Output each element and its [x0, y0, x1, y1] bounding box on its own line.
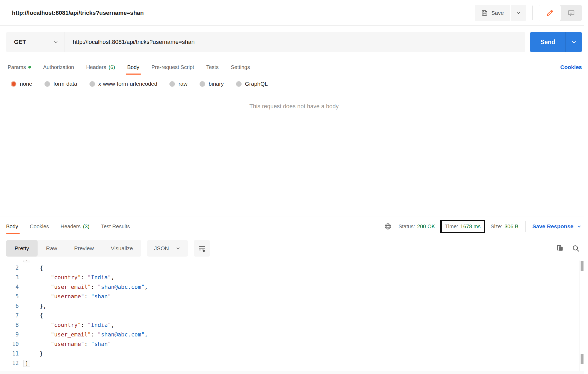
fold-gutter [22, 339, 34, 349]
fold-gutter [22, 330, 34, 339]
horizontal-scrollbar[interactable] [0, 371, 588, 374]
response-tabs-row: BodyCookiesHeaders(3)Test Results Status… [0, 217, 588, 236]
tab-label: Body [6, 224, 18, 230]
fold-gutter [22, 292, 34, 301]
json-key: "user_email" [51, 284, 91, 290]
request-tab-settings[interactable]: Settings [231, 60, 250, 75]
fold-gutter [22, 282, 34, 292]
json-punctuation: : [91, 331, 98, 338]
radio-label: none [20, 81, 32, 87]
format-select[interactable]: JSON [147, 240, 188, 257]
request-tab-tests[interactable]: Tests [206, 60, 219, 75]
request-tab-pre-request-script[interactable]: Pre-request Script [151, 60, 194, 75]
send-button[interactable]: Send [530, 32, 566, 52]
radio-label: GraphQL [245, 81, 268, 87]
time-label: Time: [445, 224, 458, 230]
tab-label: Tests [206, 64, 219, 70]
save-options-button[interactable] [510, 5, 526, 21]
response-tab-test-results[interactable]: Test Results [101, 217, 130, 236]
code-text [34, 358, 588, 368]
url-input[interactable] [65, 32, 525, 52]
code-line: 8"country": "India", [0, 320, 588, 330]
edit-comment-group [539, 5, 582, 21]
line-number: 1 [0, 261, 22, 263]
fold-toggle[interactable]: [ [24, 261, 30, 262]
comment-button[interactable] [561, 5, 582, 21]
response-tab-cookies[interactable]: Cookies [30, 217, 49, 236]
cookies-link[interactable]: Cookies [560, 64, 582, 70]
size-label: Size: [491, 224, 502, 230]
code-text: "username": "shan" [34, 292, 588, 301]
header-divider [532, 6, 533, 20]
save-response-label: Save Response [532, 223, 573, 230]
code-line: 12] [0, 358, 588, 368]
fold-gutter [22, 320, 34, 330]
format-select-value: JSON [154, 245, 169, 252]
json-key: "user_email" [51, 331, 91, 338]
code-line: 7{ [0, 311, 588, 320]
search-icon [572, 244, 580, 252]
save-response-button[interactable]: Save Response [532, 223, 582, 230]
fold-gutter: ] [22, 358, 34, 368]
json-key: "username" [51, 341, 84, 347]
viewer-tab-visualize[interactable]: Visualize [102, 240, 142, 257]
request-tab-body[interactable]: Body [127, 60, 139, 75]
wrap-text-button[interactable] [194, 240, 210, 257]
request-tab-authorization[interactable]: Authorization [43, 60, 74, 75]
edit-button[interactable] [539, 5, 561, 21]
method-select[interactable]: GET [6, 32, 65, 52]
line-number: 7 [0, 311, 22, 320]
globe-icon[interactable] [384, 220, 392, 232]
time-value: 1678 ms [460, 224, 481, 230]
json-key: "country" [51, 274, 81, 281]
request-title: http://localhost:8081/api/tricks?usernam… [12, 10, 475, 16]
save-button[interactable]: Save [475, 5, 510, 21]
tab-label: Headers [61, 224, 81, 230]
json-punctuation: }, [40, 303, 46, 309]
search-response-button[interactable] [570, 242, 582, 254]
scrollbar-thumb-bottom[interactable] [581, 354, 584, 364]
radio-label: x-www-form-urlencoded [98, 81, 157, 87]
viewer-tab-raw[interactable]: Raw [38, 240, 66, 257]
tab-label: Body [127, 64, 139, 70]
request-tab-headers[interactable]: Headers(6) [86, 60, 115, 75]
status-indicator: Status: 200 OK [399, 224, 435, 230]
body-mode-graphql[interactable]: GraphQL [236, 81, 268, 87]
body-mode-form-data[interactable]: form-data [44, 81, 77, 87]
viewer-tab-pretty[interactable]: Pretty [6, 240, 38, 257]
send-options-button[interactable] [566, 32, 582, 52]
response-tab-body[interactable]: Body [6, 217, 18, 236]
viewer-mode-segmented: PrettyRawPreviewVisualize [6, 240, 141, 257]
request-tabs: ParamsAuthorizationHeaders(6)BodyPre-req… [0, 60, 588, 75]
response-tab-headers[interactable]: Headers(3) [61, 217, 89, 236]
line-number: 12 [0, 358, 22, 368]
size-value: 306 B [504, 224, 518, 230]
scrollbar-thumb-top[interactable] [581, 261, 584, 271]
body-mode-binary[interactable]: binary [200, 81, 224, 87]
body-mode-raw[interactable]: raw [169, 81, 187, 87]
radio-label: form-data [53, 81, 77, 87]
response-body-viewer[interactable]: 1[2{3"country": "India",4"user_email": "… [0, 261, 588, 371]
chevron-down-icon [577, 224, 582, 229]
viewer-tab-preview[interactable]: Preview [66, 240, 102, 257]
chevron-down-icon [175, 245, 181, 251]
body-mode-x-www-form-urlencoded[interactable]: x-www-form-urlencoded [89, 81, 157, 87]
method-select-value: GET [14, 39, 26, 45]
request-header-bar: http://localhost:8081/api/tricks?usernam… [0, 0, 588, 26]
code-text: { [34, 263, 588, 273]
line-number: 4 [0, 282, 22, 292]
line-number: 6 [0, 301, 22, 311]
tab-label: Authorization [43, 64, 74, 70]
json-punctuation: } [40, 350, 43, 357]
chevron-down-icon [571, 39, 577, 45]
copy-response-button[interactable] [554, 242, 566, 254]
json-punctuation: { [40, 312, 43, 319]
fold-toggle[interactable]: ] [24, 360, 30, 367]
tab-label: Test Results [101, 224, 130, 230]
vertical-scrollbar[interactable] [580, 261, 584, 371]
request-tab-params[interactable]: Params [8, 60, 31, 75]
json-punctuation: , [111, 322, 115, 328]
code-text [34, 261, 588, 263]
body-mode-none[interactable]: none [11, 81, 32, 87]
code-text: } [34, 349, 588, 358]
